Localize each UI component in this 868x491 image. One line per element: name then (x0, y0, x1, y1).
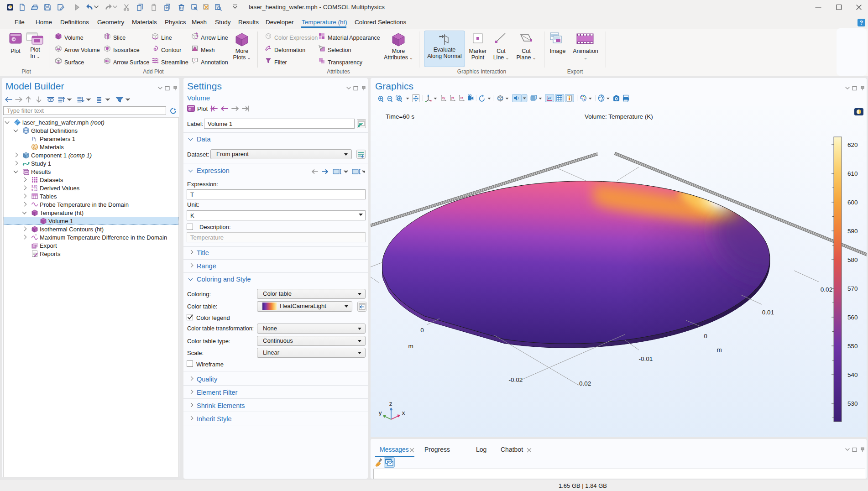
svg-text:z: z (389, 400, 392, 407)
svg-text:T: T (194, 58, 196, 62)
svg-text:xz: xz (460, 96, 464, 99)
svg-text:610: 610 (847, 170, 858, 177)
svg-text:550: 550 (847, 343, 858, 350)
svg-text:600: 600 (847, 199, 858, 206)
svg-text:0.01: 0.01 (762, 309, 774, 316)
svg-text:0.02: 0.02 (821, 286, 832, 293)
svg-text:m: m (408, 343, 413, 350)
svg-text:580: 580 (847, 256, 858, 263)
svg-text:-0.02: -0.02 (509, 376, 523, 383)
svg-text:560: 560 (847, 314, 858, 321)
svg-text:0: 0 (420, 327, 424, 334)
svg-text:530: 530 (847, 400, 858, 407)
svg-text:m: m (716, 346, 722, 353)
svg-text:8.85: 8.85 (31, 185, 37, 188)
svg-text:620: 620 (847, 141, 858, 148)
svg-text:?: ? (860, 20, 863, 26)
svg-text:590: 590 (847, 228, 858, 235)
svg-text:i: i (35, 138, 36, 142)
svg-text:x: x (402, 409, 405, 416)
svg-text:yz: yz (451, 96, 455, 100)
svg-text:570: 570 (847, 285, 858, 292)
svg-text:Time=60 s: Time=60 s (386, 113, 414, 120)
svg-text:Volume: Temperature (K): Volume: Temperature (K) (585, 113, 653, 120)
svg-text:y: y (379, 409, 382, 416)
svg-text:-0.02: -0.02 (577, 380, 591, 387)
svg-text:0: 0 (704, 333, 707, 340)
svg-text:e-12: e-12 (31, 188, 37, 191)
svg-text:*: * (35, 234, 37, 238)
svg-text:-0.01: -0.01 (639, 355, 653, 362)
svg-text:xy: xy (442, 96, 445, 100)
svg-text:540: 540 (847, 371, 858, 378)
